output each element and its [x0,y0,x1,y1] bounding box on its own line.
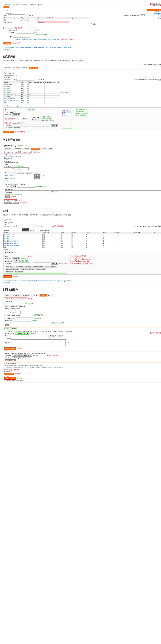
qd-publish-toggle[interactable]: Publish message [4,328,17,329]
ex-autodel[interactable]: No ? [22,118,29,120]
ex-filter[interactable] [16,78,34,80]
bind-to-input[interactable] [17,186,35,188]
ex-dur-select[interactable]: Durable [12,114,20,116]
publish-btn[interactable]: Publish message [4,347,16,350]
tag-impersonator[interactable]: Impersonator [48,38,56,40]
dmode-select[interactable]: 1 - Non-persistent [15,332,29,334]
qd-bindings[interactable]: Bindings [4,303,11,304]
nav-connections[interactable]: Connections [12,4,20,6]
side-policies[interactable]: Policies [147,14,161,16]
nav-channels[interactable]: Channels [22,4,27,6]
nav-exchanges[interactable]: Exchanges [29,4,36,6]
fromex-input[interactable] [16,317,33,319]
q-regex[interactable] [35,225,37,227]
all-ex-toggle[interactable]: All exchanges (10) [4,75,161,76]
ex-pagesize[interactable] [158,78,161,80]
filter-input[interactable] [8,14,25,16]
side-vhosts[interactable]: Virtual Hosts [147,11,161,12]
metrics-toggle[interactable]: Runtime Metrics (Advanced) [4,380,161,382]
pagesize-input[interactable] [140,14,145,16]
add-user-button[interactable]: Add user [4,42,11,44]
tag-monitoring[interactable]: Monitoring [22,38,28,40]
type-notes: 选择交换机的类型 topic:主题模式 fanout：工作者模式 direct：… [75,108,88,129]
logout-link[interactable]: Log out [158,3,161,4]
side-limits[interactable]: Limits [147,16,161,17]
unbind-2[interactable]: Unbind [34,177,40,180]
tag-policymaker[interactable]: Policymaker [29,38,37,40]
qd-bind-btn[interactable]: Bind [5,324,9,326]
move-toggle[interactable]: Move messages [4,362,161,364]
q-dur[interactable]: Durable [12,258,20,260]
nav-exchanges-active[interactable]: Exchanges [29,67,37,69]
bind-rk[interactable] [14,188,31,190]
ex-args-k[interactable] [13,124,30,126]
delete-ex-toggle[interactable]: Delete this exchange [4,202,19,204]
password-confirm-input[interactable] [17,34,34,36]
consumers-toggle[interactable]: Consumers [4,301,161,302]
ex-type-select[interactable]: topic [9,111,15,113]
add-q-btn[interactable]: Add queue [4,275,12,278]
publish-toggle[interactable]: Publish message [4,200,17,201]
footer-links: HTTP API Server Docs Tutorials Community… [4,47,161,50]
qd-bind-table: FromRouting keyArguments (Default exchan… [4,305,26,309]
regex-check[interactable] [27,14,28,16]
tag-management[interactable]: Management [38,38,46,40]
tags-input[interactable] [13,36,30,38]
get-btn[interactable]: Get Message(s) [5,359,16,362]
add-ex-toggle[interactable]: Add a new exchange [4,105,161,107]
side-users[interactable]: Users [147,9,161,11]
ex-regex[interactable] [35,79,37,80]
footer-links-2: HTTP API Server Docs Tutorials Community… [4,280,161,283]
bind-btn[interactable]: Bind [5,196,10,198]
bind-args-v[interactable] [33,191,50,193]
delete-queue-btn[interactable]: Delete Queue [4,372,14,375]
add-ex-btn[interactable]: Add exchange [4,130,14,133]
ex-name-input[interactable] [10,109,27,111]
sec-qd-title: 队列详细操作 [3,288,161,291]
side-cluster[interactable]: Cluster [147,17,161,19]
side-flags[interactable]: Feature Flags [147,12,161,14]
tab-exchanges[interactable]: Exchanges [31,148,40,150]
enc-select[interactable]: Auto string / base64 [12,357,27,359]
qd-rk-input[interactable] [13,320,31,322]
bind-args-k[interactable] [13,191,30,193]
username-input[interactable] [16,29,34,31]
tag-admin[interactable]: Admin [16,38,20,40]
purge-toggle[interactable]: Purge [4,375,161,377]
exd-overview[interactable]: Overview [4,154,161,156]
ack-select[interactable]: Nack message requeue true [12,354,32,356]
sec-ex-title: 交换机操作 [3,55,161,58]
tab-queues[interactable]: Queues [40,294,47,296]
q-filter[interactable] [16,225,34,227]
haspwd-note: 已有用户 [91,23,97,25]
nav-queues[interactable]: Queues [38,4,43,6]
ex-args-v[interactable] [33,124,50,126]
all-q-toggle[interactable]: All queues (7) [4,222,161,223]
nav-admin[interactable]: Admin [4,6,9,8]
page-info: 2 items, page size up to: [124,15,139,16]
get-toggle[interactable]: Get messages [4,350,161,352]
ex-internal[interactable]: No ? [19,122,25,124]
all-users-toggle[interactable]: All users [4,12,145,14]
nav-overview[interactable]: Overview [5,4,11,6]
purge-btn[interactable]: Purge Messages [4,377,16,380]
q-ps[interactable] [158,225,161,227]
filter-label: Filter: [4,15,7,16]
add-user-note: 点击新建用户 [13,27,22,29]
tag-none[interactable]: None [57,38,61,40]
q-opts-note: Auto expire:自动过期时间 Max Length：最大值 Max Le… [70,255,92,274]
payload-input[interactable] [11,340,66,346]
q-args-k[interactable] [13,262,30,264]
exd-bindings[interactable]: Bindings [4,166,11,167]
q-name-input[interactable] [10,255,27,257]
unbind-1[interactable]: Unbind [34,174,40,176]
add-q-toggle[interactable]: Add a new queue [4,252,161,253]
sec-q-title: 队列 [3,209,161,212]
q-autodel[interactable]: No ? [13,260,20,262]
password-input[interactable] [16,31,33,33]
del-toggle[interactable]: Delete [4,371,161,372]
add-user-toggle[interactable]: Add a user [4,27,12,29]
logout2[interactable]: Log out [159,65,161,66]
qd-title: Queue ban129_fanout01 [4,298,27,300]
q-args-v[interactable] [33,262,50,264]
